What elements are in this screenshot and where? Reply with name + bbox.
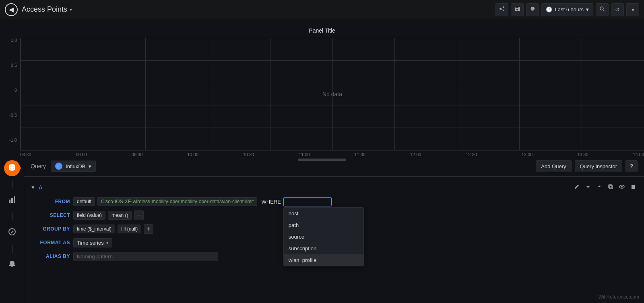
datasource-name: InfluxDB bbox=[66, 163, 85, 169]
yaxis-label-1: 1.0 bbox=[11, 38, 17, 43]
xaxis-label: 11:00 bbox=[299, 152, 310, 157]
search-button[interactable] bbox=[596, 3, 609, 16]
share-button[interactable] bbox=[495, 3, 508, 16]
mean-pill[interactable]: mean () bbox=[108, 211, 132, 220]
sidebar-item-alert[interactable] bbox=[4, 257, 20, 273]
group-by-content: time ($_interval) fill (null) + bbox=[73, 224, 153, 234]
svg-point-12 bbox=[621, 186, 623, 188]
query-label: Query bbox=[31, 163, 46, 169]
format-as-value: Time series bbox=[77, 240, 104, 246]
refresh-button[interactable]: ↺ bbox=[611, 3, 624, 16]
svg-rect-5 bbox=[14, 196, 15, 203]
yaxis-label-4: -0.5 bbox=[9, 113, 17, 117]
delete-query-button[interactable] bbox=[629, 182, 638, 192]
settings-button[interactable] bbox=[526, 3, 539, 16]
format-as-select[interactable]: Time series ▾ bbox=[73, 238, 112, 247]
xaxis-label: 10:30 bbox=[243, 152, 254, 157]
transform-icon bbox=[8, 228, 16, 238]
search-icon bbox=[599, 6, 605, 13]
dropdown-item-source[interactable]: source bbox=[284, 231, 363, 243]
xaxis-label: 11:30 bbox=[354, 152, 365, 157]
chart-scrollbar[interactable] bbox=[0, 157, 644, 163]
where-input-wrap: host path source subscription wlan_profi… bbox=[283, 197, 332, 206]
save-button[interactable] bbox=[511, 3, 524, 16]
chart-container: Panel Title 1.0 0.5 0 -0.5 -1.0 No data … bbox=[0, 19, 644, 156]
select-content: field (value) mean () + bbox=[73, 210, 144, 220]
page-title: Access Points ▾ bbox=[22, 5, 72, 14]
nav-actions: 🕐 Last 6 hours ▾ ↺ ▾ bbox=[495, 3, 639, 16]
xaxis-label: 13:00 bbox=[522, 152, 533, 157]
from-row: FROM default Cisco-IOS-XE-wireless-mobil… bbox=[34, 195, 638, 208]
dropdown-item-host[interactable]: host bbox=[284, 208, 363, 219]
query-panel-header: ▼ A bbox=[31, 180, 638, 195]
alias-by-input[interactable] bbox=[73, 252, 218, 261]
influxdb-icon: i bbox=[55, 163, 62, 170]
time-interval-pill[interactable]: time ($_interval) bbox=[73, 225, 115, 233]
dropdown-item-path[interactable]: path bbox=[284, 219, 363, 231]
duplicate-query-button[interactable] bbox=[606, 182, 615, 192]
toggle-visibility-button[interactable] bbox=[617, 182, 626, 192]
dropdown-item-subscription[interactable]: subscription bbox=[284, 243, 363, 254]
main-layout: Query i InfluxDB ▾ Add Query Query Inspe… bbox=[0, 156, 644, 303]
from-label: FROM bbox=[34, 199, 70, 204]
xaxis-label: 08:30 bbox=[20, 152, 31, 157]
svg-point-2 bbox=[9, 164, 15, 167]
group-by-label: GROUP BY bbox=[34, 226, 70, 232]
time-range-arrow: ▾ bbox=[586, 6, 589, 12]
field-value-pill[interactable]: field (value) bbox=[73, 211, 105, 220]
scrollbar-thumb[interactable] bbox=[298, 159, 346, 161]
refresh-dropdown-button[interactable]: ▾ bbox=[626, 3, 639, 16]
xaxis-label: 09:00 bbox=[76, 152, 87, 157]
svg-text:i: i bbox=[58, 165, 58, 168]
top-nav: ◀ Access Points ▾ bbox=[0, 0, 644, 19]
svg-rect-10 bbox=[609, 185, 612, 188]
move-up-button[interactable] bbox=[595, 182, 604, 192]
format-as-content: Time series ▾ bbox=[73, 238, 112, 247]
group-by-add-button[interactable]: + bbox=[144, 224, 153, 234]
svg-point-0 bbox=[600, 7, 603, 10]
sidebar-item-database[interactable] bbox=[4, 160, 20, 176]
title-dropdown-arrow[interactable]: ▾ bbox=[70, 7, 72, 12]
move-down-button[interactable] bbox=[584, 182, 592, 192]
xaxis-label: 12:00 bbox=[410, 152, 421, 157]
where-input[interactable] bbox=[283, 197, 332, 206]
panel-toggle-arrow[interactable]: ▼ bbox=[31, 185, 35, 190]
refresh-dropdown-arrow: ▾ bbox=[632, 6, 634, 13]
fill-null-pill[interactable]: fill (null) bbox=[118, 225, 141, 233]
dropdown-item-wlan-profile[interactable]: wlan_profile bbox=[284, 254, 363, 266]
clock-icon: 🕐 bbox=[546, 6, 552, 12]
page-title-text: Access Points bbox=[22, 5, 67, 14]
edit-query-button[interactable] bbox=[572, 182, 581, 192]
xaxis-label: 13:30 bbox=[577, 152, 588, 157]
xaxis-label: 12:30 bbox=[466, 152, 477, 157]
yaxis-label-5: -1.0 bbox=[9, 138, 17, 142]
back-icon: ◀ bbox=[9, 6, 14, 13]
chart-bar-icon bbox=[8, 196, 16, 206]
gear-icon bbox=[530, 6, 535, 13]
xaxis-label: 09:30 bbox=[132, 152, 143, 157]
from-default-pill[interactable]: default bbox=[73, 197, 95, 206]
yaxis-label-2: 0.5 bbox=[11, 63, 17, 68]
xaxis-label: 14:00 bbox=[633, 152, 644, 157]
bell-icon bbox=[8, 260, 16, 270]
select-add-button[interactable]: + bbox=[134, 210, 144, 220]
from-content: default Cisco-IOS-XE-wireless-mobility-o… bbox=[73, 197, 332, 206]
svg-rect-4 bbox=[11, 198, 13, 203]
format-as-arrow: ▾ bbox=[106, 240, 109, 245]
sidebar-connector-3 bbox=[12, 245, 12, 253]
alias-by-label: ALIAS BY bbox=[34, 254, 70, 259]
chart-xaxis: 08:30 09:00 09:30 10:00 10:30 11:00 11:3… bbox=[0, 150, 644, 157]
xaxis-label: 10:00 bbox=[187, 152, 198, 157]
where-label-text: WHERE bbox=[261, 199, 281, 205]
format-as-label: FORMAT AS bbox=[34, 240, 70, 245]
sidebar-connector bbox=[12, 180, 12, 188]
time-range-selector[interactable]: 🕐 Last 6 hours ▾ bbox=[541, 3, 593, 16]
refresh-icon: ↺ bbox=[615, 6, 620, 13]
sidebar-item-visualization[interactable] bbox=[4, 192, 20, 208]
sidebar bbox=[0, 156, 24, 303]
sidebar-item-transform[interactable] bbox=[4, 225, 20, 241]
datasource-arrow: ▾ bbox=[89, 163, 91, 169]
back-button[interactable]: ◀ bbox=[5, 3, 18, 16]
from-measurement-pill[interactable]: Cisco-IOS-XE-wireless-mobility-oper:mobi… bbox=[97, 197, 257, 206]
chart-plot: No data bbox=[20, 38, 644, 150]
